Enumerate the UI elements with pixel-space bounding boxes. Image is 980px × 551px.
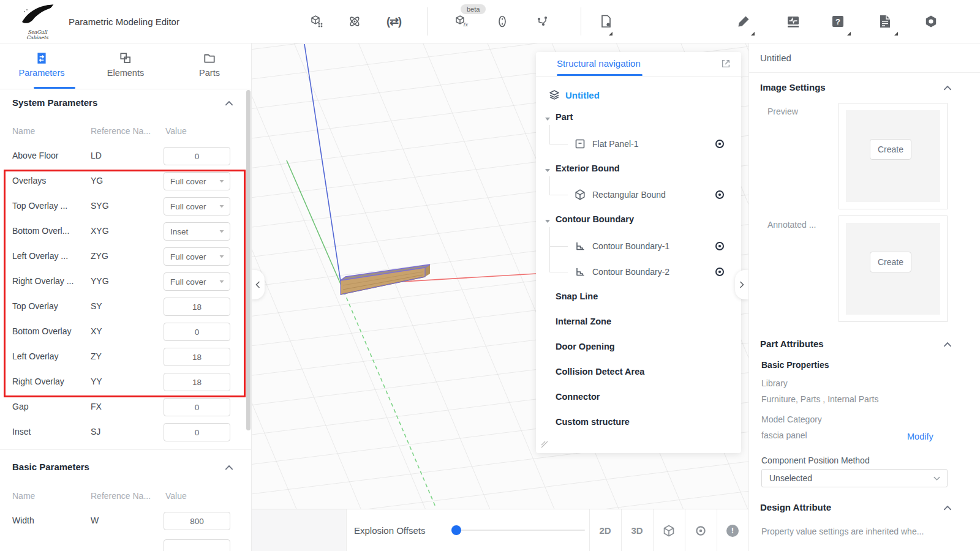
visibility-button[interactable] [685,509,717,551]
divider [749,72,980,73]
logo-text-line2: Cabinets [16,35,59,40]
left-panel-collapse-handle[interactable] [251,270,265,299]
caret-down-icon[interactable] [545,116,551,122]
tree-group-row[interactable]: Connector [536,392,741,405]
chevron-down-icon [219,253,225,260]
chevron-up-icon[interactable] [943,503,952,513]
caret-down-icon[interactable] [545,218,551,224]
settings-nut-button[interactable] [918,8,944,35]
chevron-up-icon[interactable] [224,99,234,108]
tree-group-row[interactable]: Snap Line [536,291,741,305]
document-lines-button[interactable] [872,8,899,35]
tree-group-row[interactable]: Custom structure [536,417,741,430]
table-row: Left Overlay ZY [0,348,251,366]
eye-icon[interactable] [714,138,726,150]
component-position-select[interactable]: Unselected [761,469,948,487]
pencil-button[interactable] [730,8,757,35]
tree-root-row[interactable]: Untitled [536,89,741,102]
eye-icon [694,524,707,538]
resize-handle-icon[interactable] [540,440,549,449]
divider [0,89,251,89]
param-value-input[interactable] [164,539,230,551]
param-value-input[interactable] [164,147,230,165]
param-name: Right Overlay [12,377,88,386]
eye-icon[interactable] [714,240,726,252]
tree-root-label: Untitled [565,90,600,100]
param-value-select[interactable]: Full cover [164,272,230,291]
pencil-icon [736,14,751,29]
dropdown-corner-indicator [751,32,755,36]
eye-icon[interactable] [714,189,726,201]
preview-label: Preview [767,107,798,116]
annotated-image-box: Create [839,216,948,322]
design-attribute-description: Property value settings are inherited wh… [761,527,970,536]
param-value-input[interactable] [164,323,230,341]
table-row: Bottom Overl... XYG Inset [0,222,251,241]
create-preview-button[interactable]: Create [870,139,911,160]
contour-icon [574,266,586,278]
table-row: Left Overlay ... ZYG Full cover [0,247,251,266]
tree-group-row[interactable]: Contour Boundary [536,214,741,228]
tree-child-row[interactable]: Flat Panel-1 [536,138,741,151]
left-panel-scrollbar[interactable] [246,90,251,430]
table-row: Gap FX [0,398,251,416]
tab-elements[interactable]: Elements [84,43,167,89]
right-panel-collapse-handle[interactable] [735,270,748,299]
swap-button[interactable]: (⇄) [380,8,407,35]
tree-group-row[interactable]: Internal Zone [536,317,741,330]
new-document-button[interactable] [593,8,620,35]
tree-child-row[interactable]: Rectangular Bound [536,189,741,202]
help-icon [831,14,845,29]
caret-down-icon[interactable] [545,167,551,173]
isometric-view-button[interactable] [653,509,685,551]
column-header-reference: Reference Na... [91,491,151,501]
component-cube-button[interactable] [303,8,330,35]
view-2d-button[interactable]: 2D [589,509,621,551]
tree-group-row[interactable]: Exterior Bound [536,163,741,177]
modify-link[interactable]: Modify [907,432,933,441]
branch-icon [535,14,550,29]
param-value-select[interactable]: Inset [164,222,230,241]
help-button[interactable] [824,8,851,35]
explosion-offsets-slider-thumb[interactable] [451,525,461,535]
param-ref: LD [91,151,158,160]
tree-child-row[interactable]: Contour Boundary-1 [536,240,741,253]
dropdown-corner-indicator [609,32,612,36]
column-header-name: Name [12,126,35,136]
popout-icon[interactable] [720,58,731,69]
tab-parts[interactable]: Parts [168,43,251,89]
param-value-input[interactable] [164,373,230,391]
param-ref: XYG [91,226,158,236]
param-value-select[interactable]: Full cover [164,197,230,216]
chevron-up-icon[interactable] [943,340,952,350]
chevron-up-icon[interactable] [224,463,234,473]
chevron-up-icon[interactable] [943,83,952,93]
column-header-name: Name [12,491,35,501]
explosion-offsets-label: Explosion Offsets [354,509,425,551]
tree-group-row[interactable]: Collision Detect Area [536,367,741,380]
link-button[interactable] [489,8,516,35]
knot-button[interactable] [341,8,368,35]
tree-child-row[interactable]: Contour Boundary-2 [536,266,741,279]
param-value-input[interactable] [164,512,230,530]
monitor-pulse-button[interactable] [780,8,807,35]
param-name: Inset [12,427,88,437]
eye-icon[interactable] [714,266,726,278]
explosion-offsets-slider-track[interactable] [456,530,585,531]
branch-button[interactable] [529,8,556,35]
param-value-input[interactable] [164,348,230,366]
param-name: Bottom Overlay [12,326,88,336]
param-value-select[interactable]: Full cover [164,172,230,190]
structural-navigation-tab[interactable]: Structural navigation [557,58,641,69]
param-value-input[interactable] [164,298,230,316]
tree-group-row[interactable]: Door Opening [536,342,741,355]
tree-group-row[interactable]: Part [536,112,741,126]
param-value-select[interactable]: Full cover [164,247,230,266]
tab-parameters[interactable]: Parameters [0,43,83,89]
param-value-input[interactable] [164,423,230,441]
param-value-input[interactable] [164,398,230,416]
view-3d-button[interactable]: 3D [621,509,653,551]
parameters-doc-icon [0,51,83,66]
create-annotated-button[interactable]: Create [870,252,911,272]
warning-button[interactable]: ! [717,509,748,551]
